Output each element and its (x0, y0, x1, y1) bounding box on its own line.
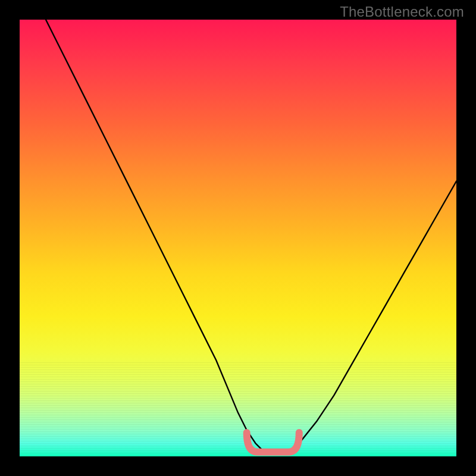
bottleneck-curve (46, 20, 456, 452)
watermark-label: TheBottleneck.com (340, 4, 464, 20)
plot-area (20, 20, 456, 456)
chart-frame: TheBottleneck.com (0, 0, 476, 476)
curve-layer (20, 20, 456, 456)
